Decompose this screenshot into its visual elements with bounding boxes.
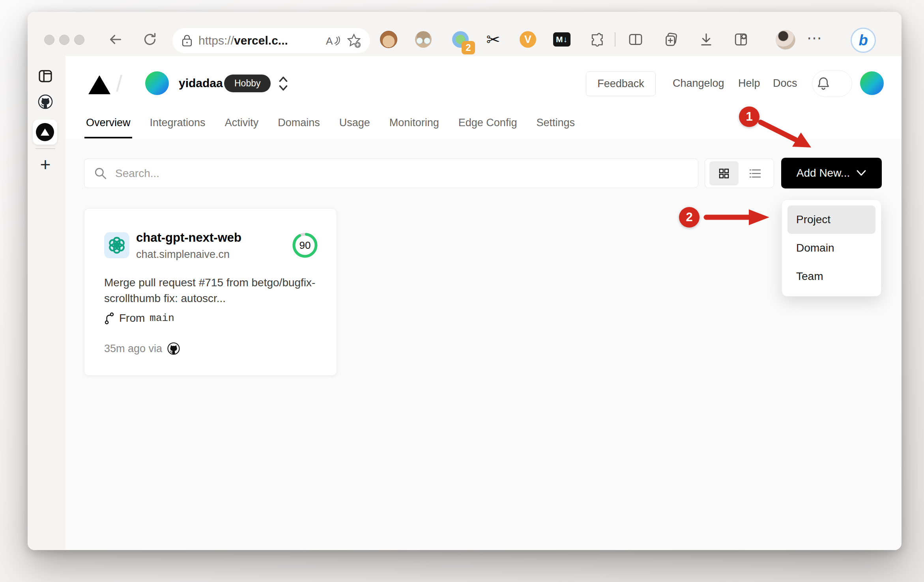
github-icon [167, 342, 180, 355]
dashboard-tabs: Overview Integrations Activity Domains U… [65, 106, 902, 139]
user-avatar[interactable] [860, 71, 884, 95]
changelog-link[interactable]: Changelog [673, 77, 724, 90]
help-link[interactable]: Help [738, 77, 760, 90]
minimize-window-button[interactable] [59, 35, 69, 45]
project-name[interactable]: chat-gpt-next-web [136, 231, 241, 245]
commit-message[interactable]: Merge pull request #715 from betgo/bugfi… [104, 275, 321, 306]
refresh-icon[interactable] [142, 32, 158, 47]
vercel-header: / yidadaa Hobby Feedback Changelog Help … [65, 56, 902, 106]
tab-domains[interactable]: Domains [278, 117, 320, 129]
browser-toolbar: https://vercel.c... A [28, 12, 902, 56]
vercel-dashboard: / yidadaa Hobby Feedback Changelog Help … [65, 56, 902, 550]
notifications-button[interactable]: 1 [812, 70, 852, 97]
deploy-meta: 35m ago via [104, 342, 180, 355]
extensions-puzzle-icon[interactable] [589, 32, 605, 47]
vercel-sidebar-tab[interactable] [33, 119, 57, 145]
tab-settings[interactable]: Settings [536, 117, 575, 129]
search-icon [94, 167, 107, 180]
url-text: https://vercel.c... [198, 34, 320, 47]
view-toggle [705, 159, 774, 188]
close-window-button[interactable] [44, 35, 54, 45]
branch-row: From main [104, 312, 174, 325]
add-new-button[interactable]: Add New... [781, 158, 882, 188]
maximize-window-button[interactable] [74, 35, 84, 45]
grid-view-button[interactable] [709, 161, 739, 185]
dropdown-item-domain[interactable]: Domain [787, 234, 875, 262]
browser-profile-avatar[interactable] [776, 30, 795, 50]
browser-sidebar: + [28, 56, 66, 550]
read-aloud-icon[interactable]: A [325, 34, 341, 48]
bell-icon [817, 76, 830, 91]
team-switcher-icon[interactable] [275, 75, 291, 92]
list-view-icon [748, 168, 762, 179]
collections-icon[interactable] [663, 32, 679, 47]
extension-scissors-icon[interactable]: ✂ [484, 31, 502, 48]
add-favorite-icon[interactable] [346, 33, 361, 48]
tab-overview[interactable]: Overview [86, 117, 131, 129]
docs-link[interactable]: Docs [773, 77, 797, 90]
downloads-icon[interactable] [698, 32, 714, 47]
sidebar-panel-icon[interactable] [37, 68, 53, 84]
extension-tampermonkey-icon[interactable] [380, 31, 397, 48]
search-bar[interactable] [84, 159, 698, 188]
git-branch-icon [104, 312, 114, 325]
tab-monitoring[interactable]: Monitoring [389, 117, 439, 129]
tab-usage[interactable]: Usage [339, 117, 370, 129]
annotation-step-1: 1 [739, 106, 759, 127]
branch-prefix: From [119, 312, 145, 325]
team-name[interactable]: yidadaa [179, 76, 223, 90]
notification-count-badge: 1 [832, 76, 847, 91]
browser-window: https://vercel.c... A [28, 12, 902, 550]
branch-name[interactable]: main [150, 312, 174, 324]
tab-integrations[interactable]: Integrations [150, 117, 206, 129]
search-input[interactable] [114, 167, 688, 180]
sidebar-add-icon[interactable]: + [36, 155, 54, 173]
bing-chat-icon[interactable]: b [851, 28, 876, 53]
tab-activity[interactable]: Activity [225, 117, 259, 129]
toolbar-divider [615, 32, 615, 47]
dropdown-item-project[interactable]: Project [787, 205, 875, 234]
dashboard-content: Add New... Project Domain Team [65, 139, 902, 550]
extension-markdown-icon[interactable]: M↓ [553, 31, 570, 48]
list-view-button[interactable] [741, 161, 770, 185]
lock-icon [181, 34, 193, 47]
project-domain[interactable]: chat.simplenaive.cn [136, 248, 230, 261]
chevron-down-icon [856, 170, 866, 177]
extension-badge: 2 [462, 41, 475, 54]
openai-logo-icon [104, 232, 129, 258]
lighthouse-score: 90 [292, 232, 318, 259]
annotation-step-2: 2 [679, 207, 700, 228]
github-sidebar-icon[interactable] [37, 94, 53, 110]
breadcrumb-slash: / [116, 70, 129, 96]
extension-vimium-icon[interactable]: V [519, 31, 537, 48]
project-card[interactable]: chat-gpt-next-web chat.simplenaive.cn 90… [84, 208, 337, 376]
feedback-button[interactable]: Feedback [586, 71, 656, 96]
desktop: { "browser": { "url": { "scheme": "https… [0, 0, 924, 582]
sidebar-divider [36, 148, 55, 149]
tab-edge-config[interactable]: Edge Config [458, 117, 517, 129]
browser-menu-icon[interactable]: ⋯ [807, 29, 823, 47]
team-avatar[interactable] [145, 71, 169, 95]
address-bar[interactable]: https://vercel.c... A [172, 28, 370, 53]
plan-badge: Hobby [224, 75, 271, 92]
browser-essentials-icon[interactable] [733, 32, 749, 47]
grid-view-icon [718, 167, 730, 180]
svg-text:A: A [326, 35, 333, 47]
extension-reader-icon[interactable] [415, 31, 432, 48]
split-screen-icon[interactable] [628, 32, 643, 47]
add-new-dropdown: Project Domain Team [782, 200, 881, 297]
vercel-tab-icon [36, 123, 54, 141]
dropdown-item-team[interactable]: Team [787, 262, 875, 291]
vercel-logo[interactable] [88, 75, 111, 95]
back-icon[interactable] [108, 32, 123, 47]
